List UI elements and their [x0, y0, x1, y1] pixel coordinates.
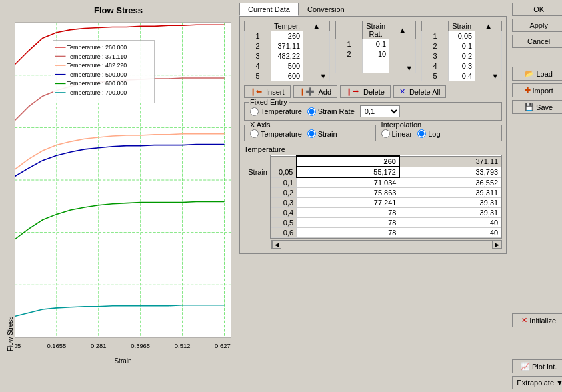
svg-text:0.1655: 0.1655: [47, 342, 66, 349]
interpolation-linear-label: Linear: [392, 130, 413, 138]
x-axis-temperature-option[interactable]: Temperature: [250, 129, 302, 138]
interpolation-log-label: Log: [428, 130, 440, 138]
import-button[interactable]: ✚ Import: [512, 83, 562, 97]
strain-header: Strain: [449, 21, 475, 31]
svg-text:Temperature : 371.110: Temperature : 371.110: [67, 53, 127, 60]
x-axis-group: X Axis Temperature Strain: [244, 125, 371, 141]
right-panel: Current Data Conversion Temper. ▲: [237, 0, 562, 392]
chart-title: Flow Stress: [5, 5, 231, 15]
axes-interpolation-row: X Axis Temperature Strain Inte: [244, 125, 502, 141]
table-row: 20,1: [422, 41, 502, 51]
bottom-col2-header: 371,11: [399, 156, 501, 167]
table-row: 0,05 55,172 33,793: [271, 167, 501, 177]
svg-text:0.3965: 0.3965: [131, 342, 150, 349]
bottom-col1-header: 260: [297, 156, 399, 167]
scroll-left-button[interactable]: ◀: [272, 241, 281, 249]
load-button[interactable]: 📂 Load: [512, 67, 562, 81]
table-row: 0,2 75,863 39,311: [271, 188, 501, 198]
table-row: 5600▼: [245, 71, 330, 81]
side-buttons-panel: OK Apply Cancel 📂 Load ✚ Import 💾 Save ✕…: [509, 0, 562, 392]
temperature-table: Temper. ▲ 1260 2371,11 3482,22 4500 5600…: [244, 21, 330, 81]
extrapolate-button[interactable]: Extrapolate ▼: [512, 376, 562, 389]
table-row: 0,5 78 40: [271, 218, 501, 228]
import-icon: ✚: [525, 86, 531, 95]
plot-int-button[interactable]: 📈 Plot Int.: [512, 359, 562, 373]
x-axis-strain-option[interactable]: Strain: [307, 129, 337, 138]
cancel-button[interactable]: Cancel: [512, 35, 562, 48]
fixed-strain-rate-option[interactable]: Strain Rate: [307, 107, 355, 116]
fixed-temperature-label: Temperature: [261, 107, 302, 115]
interpolation-log-radio[interactable]: [417, 129, 426, 138]
horizontal-scrollbar[interactable]: ◀ ▶: [271, 240, 502, 249]
chart-panel: Flow Stress Flow Stress: [0, 0, 237, 392]
main-content: Current Data Conversion Temper. ▲: [237, 0, 509, 392]
bottom-section: Temperature Strain 260 371,11: [244, 145, 502, 249]
interpolation-log-option[interactable]: Log: [417, 129, 440, 138]
fixed-entry-group: Fixed Entry Temperature Strain Rate 0,1: [244, 102, 502, 121]
ok-button[interactable]: OK: [512, 3, 562, 16]
tab-current-data[interactable]: Current Data: [239, 3, 299, 16]
table-row: 0,3 77,241 39,31: [271, 198, 501, 208]
extrapolate-container: Extrapolate ▼: [512, 376, 562, 389]
fixed-strain-rate-radio[interactable]: [307, 107, 316, 116]
x-axis-label: Strain: [15, 356, 231, 365]
table-row: 10,1: [336, 39, 416, 49]
svg-text:0.281: 0.281: [91, 342, 107, 349]
temp-header: Temper.: [271, 21, 303, 31]
tab-content: Temper. ▲ 1260 2371,11 3482,22 4500 5600…: [239, 16, 507, 254]
initialize-button[interactable]: ✕ Initialize: [512, 313, 562, 327]
initialize-icon: ✕: [521, 316, 527, 325]
bottom-data-table: 260 371,11 0,05 55,172 33,793: [270, 155, 502, 239]
x-axis-temperature-radio[interactable]: [250, 129, 259, 138]
delete-button[interactable]: ❙⮕ Delete: [340, 85, 391, 98]
toolbar: ❙⬅ Insert ❙➕ Add ❙⮕ Delete ✕ Delete All: [244, 85, 502, 98]
table-row: ▼: [336, 63, 416, 73]
plot-int-icon: 📈: [521, 362, 530, 371]
interpolation-linear-option[interactable]: Linear: [381, 129, 413, 138]
strain-rate-scroll-up[interactable]: ▲: [389, 21, 416, 39]
interpolation-group: Interpolation Linear Log: [375, 125, 503, 141]
fixed-entry-row: Temperature Strain Rate 0,1 10: [250, 105, 496, 117]
x-axis-temperature-label: Temperature: [261, 130, 302, 138]
save-button[interactable]: 💾 Save: [512, 100, 562, 114]
insert-button[interactable]: ❙⬅ Insert: [244, 85, 291, 98]
table-row: 0,1 71,034 36,552: [271, 177, 501, 188]
x-axis-label: X Axis: [249, 121, 272, 129]
table-row: 3482,22: [245, 51, 330, 61]
temp-scroll-up[interactable]: ▲: [303, 21, 330, 31]
save-icon: 💾: [525, 103, 534, 111]
strain-row-label: Strain: [244, 155, 267, 176]
delete-all-button[interactable]: ✕ Delete All: [393, 85, 446, 98]
table-row: 0,6 78 40: [271, 228, 501, 238]
temperature-section-label: Temperature: [244, 145, 285, 153]
strain-rate-header: Strain Rat.: [363, 21, 389, 39]
strain-rate-table: Strain Rat. ▲ 10,1 210 ▼: [335, 21, 416, 81]
table-row: 1260: [245, 31, 330, 41]
x-axis-strain-radio[interactable]: [307, 129, 316, 138]
strain-scroll-up[interactable]: ▲: [475, 21, 502, 31]
table-row: 10,05: [422, 31, 502, 41]
add-button[interactable]: ❙➕ Add: [293, 85, 338, 98]
interpolation-options: Linear Log: [381, 129, 497, 138]
svg-text:Temperature : 500.000: Temperature : 500.000: [67, 71, 127, 78]
scroll-right-button[interactable]: ▶: [492, 241, 501, 249]
tab-conversion[interactable]: Conversion: [299, 3, 353, 16]
x-axis-strain-label: Strain: [318, 130, 337, 138]
table-row: 40,3: [422, 61, 502, 71]
spacer3: [512, 330, 562, 357]
svg-text:Temperature : 260.000: Temperature : 260.000: [67, 44, 127, 51]
svg-text:Temperature : 700.000: Temperature : 700.000: [67, 89, 127, 96]
svg-text:0.512: 0.512: [175, 342, 191, 349]
table-row: 210: [336, 49, 416, 59]
flex-spacer: [512, 133, 562, 311]
fixed-temperature-radio[interactable]: [250, 107, 259, 116]
strain-rate-dropdown[interactable]: 0,1 10: [360, 105, 400, 117]
table-row: 2371,11: [245, 41, 330, 51]
interpolation-linear-radio[interactable]: [381, 129, 390, 138]
groups-row: Fixed Entry Temperature Strain Rate 0,1: [244, 102, 502, 121]
table-row: 30,2: [422, 51, 502, 61]
spacer1: [512, 51, 562, 64]
fixed-temperature-option[interactable]: Temperature: [250, 107, 302, 116]
fixed-entry-label: Fixed Entry: [249, 98, 289, 106]
apply-button[interactable]: Apply: [512, 19, 562, 32]
